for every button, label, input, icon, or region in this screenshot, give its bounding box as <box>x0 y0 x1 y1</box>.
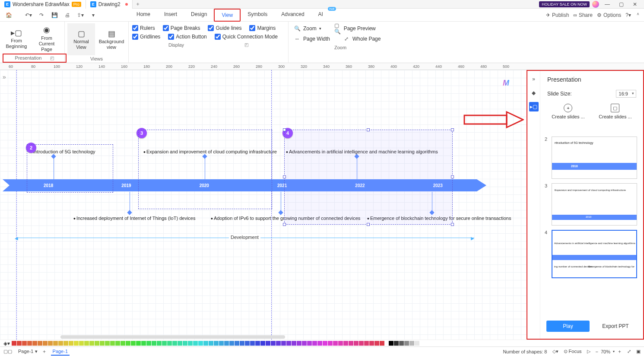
publish-button[interactable]: ✈Publish <box>546 12 569 18</box>
slide-item[interactable]: 2 ntroduction of 5G technology 2018 <box>545 137 637 179</box>
color-swatch[interactable] <box>302 341 307 346</box>
promo-banner[interactable]: HOLIDAY SALE ON NOW <box>539 1 590 7</box>
color-swatch[interactable] <box>12 341 16 346</box>
document-tab[interactable]: E Drawing2 <box>86 0 133 9</box>
presentation-tool-icon[interactable]: ▸▢ <box>529 102 539 111</box>
horizontal-scrollbar[interactable] <box>60 335 285 339</box>
quick-connection-checkbox[interactable]: Quick Connection Mode <box>215 34 278 40</box>
color-swatch[interactable] <box>105 341 110 346</box>
tab-symbols[interactable]: Symbols <box>241 9 274 22</box>
color-swatch[interactable] <box>141 341 146 346</box>
color-swatch[interactable] <box>152 341 156 346</box>
undo-button[interactable]: ↶▾ <box>23 10 34 20</box>
color-swatch[interactable] <box>136 341 141 346</box>
print-button[interactable]: 🖨 <box>62 10 73 20</box>
page-tab-active[interactable]: Page-1 <box>51 348 70 356</box>
action-button-checkbox[interactable]: Action Button <box>168 34 206 40</box>
color-swatch[interactable] <box>22 341 27 346</box>
color-swatch[interactable] <box>183 341 187 346</box>
maximize-button[interactable]: ▢ <box>615 0 627 8</box>
gridlines-checkbox[interactable]: Gridlines <box>132 34 160 40</box>
color-swatch[interactable] <box>79 341 84 346</box>
add-tab-button[interactable]: ＋ <box>133 0 143 8</box>
canvas[interactable]: » M 201820192020202120222023 Introductio… <box>0 70 527 340</box>
color-swatch[interactable] <box>48 341 53 346</box>
zoom-dropdown-icon[interactable]: ▾ <box>613 350 615 353</box>
color-swatch[interactable] <box>333 341 338 346</box>
color-swatch[interactable] <box>271 341 276 346</box>
slide-region-selected[interactable] <box>284 130 453 225</box>
options-button[interactable]: ⚙Options <box>597 12 621 18</box>
export-dropdown[interactable]: ⇪▾ <box>75 10 86 20</box>
color-swatch[interactable] <box>409 341 414 346</box>
tab-ai[interactable]: AI <box>311 9 330 22</box>
color-swatch[interactable] <box>229 341 234 346</box>
color-swatch[interactable] <box>157 341 162 346</box>
zoom-dropdown[interactable]: 🔍Zoom▾ <box>294 25 321 32</box>
color-swatch[interactable] <box>167 341 172 346</box>
theme-orb-icon[interactable] <box>592 1 599 8</box>
page-width-button[interactable]: ↔Page Width <box>294 35 330 42</box>
color-swatch[interactable] <box>359 341 364 346</box>
color-swatch[interactable] <box>162 341 167 346</box>
slide-region[interactable] <box>138 130 272 209</box>
focus-button[interactable]: ⊙ Focus <box>564 349 582 354</box>
color-swatch[interactable] <box>389 341 393 346</box>
color-swatch[interactable] <box>146 341 151 346</box>
development-label[interactable]: Development <box>229 235 260 240</box>
zoom-out-button[interactable]: − <box>596 349 598 354</box>
color-swatch[interactable] <box>292 341 296 346</box>
color-swatch[interactable] <box>84 341 89 346</box>
slide-item[interactable]: 3 Expansion and improvement of cloud com… <box>545 183 637 226</box>
color-swatch[interactable] <box>131 341 136 346</box>
redo-button[interactable]: ↷ <box>36 10 47 20</box>
color-swatch[interactable] <box>250 341 255 346</box>
whole-page-button[interactable]: ⤢Whole Page <box>343 35 381 42</box>
color-swatch[interactable] <box>193 341 198 346</box>
layers-icon[interactable]: ◇▾ <box>552 349 558 354</box>
color-swatch[interactable] <box>209 341 213 346</box>
rulers-checkbox[interactable]: Rulers <box>132 25 155 31</box>
color-swatch[interactable] <box>188 341 193 346</box>
color-swatch[interactable] <box>74 341 79 346</box>
color-swatch[interactable] <box>53 341 58 346</box>
play-button[interactable]: Play <box>546 321 590 332</box>
color-swatch[interactable] <box>394 341 399 346</box>
slides-list[interactable]: 2 ntroduction of 5G technology 2018 3 Ex… <box>545 122 639 317</box>
color-swatch[interactable] <box>317 341 322 346</box>
color-swatch[interactable] <box>126 341 130 346</box>
color-swatch[interactable] <box>415 341 419 346</box>
page-selector[interactable]: Page-1 ▾ <box>18 349 38 354</box>
slide-thumbnail[interactable]: ntroduction of 5G technology 2018 <box>552 137 637 179</box>
color-swatch[interactable] <box>343 341 348 346</box>
pages-icon[interactable]: ▢▢ <box>3 349 12 354</box>
play-preview-icon[interactable]: ▷ <box>587 349 590 354</box>
color-swatch[interactable] <box>380 341 384 346</box>
zoom-in-button[interactable]: ＋ <box>617 348 622 355</box>
color-swatch[interactable] <box>245 341 250 346</box>
color-swatch[interactable] <box>27 341 32 346</box>
slide-thumbnail-selected[interactable]: Advancements in artificial intelligence … <box>552 230 637 278</box>
export-ppt-button[interactable]: Export PPT <box>594 321 637 332</box>
fit-page-icon[interactable]: ⤢ <box>627 349 631 354</box>
color-swatch[interactable] <box>307 341 312 346</box>
page-preview-button[interactable]: ▢🔍Page Preview <box>334 25 376 32</box>
create-slides-manual-button[interactable]: +Create slides ... <box>552 104 584 119</box>
slide-item[interactable]: 4 Advancements in artificial intelligenc… <box>545 230 637 278</box>
slide-size-select[interactable]: 16:9 <box>616 90 636 98</box>
tab-home[interactable]: Home <box>130 9 157 22</box>
color-swatch[interactable] <box>69 341 73 346</box>
close-button[interactable]: ✕ <box>629 0 641 8</box>
save-button[interactable]: 💾 <box>49 10 60 20</box>
color-swatch[interactable] <box>328 341 333 346</box>
color-swatch[interactable] <box>224 341 229 346</box>
tab-view[interactable]: View <box>214 9 241 22</box>
normal-view-button[interactable]: ▢Normal View <box>67 23 95 55</box>
home-icon[interactable]: 🏠 <box>3 10 14 20</box>
color-swatch[interactable] <box>214 341 219 346</box>
color-swatch[interactable] <box>354 341 358 346</box>
collapse-panel-button[interactable]: » <box>529 74 539 84</box>
page-breaks-checkbox[interactable]: Page Breaks <box>163 25 200 31</box>
collapse-ribbon-button[interactable]: ＾ <box>635 11 641 19</box>
color-swatch[interactable] <box>63 341 68 346</box>
